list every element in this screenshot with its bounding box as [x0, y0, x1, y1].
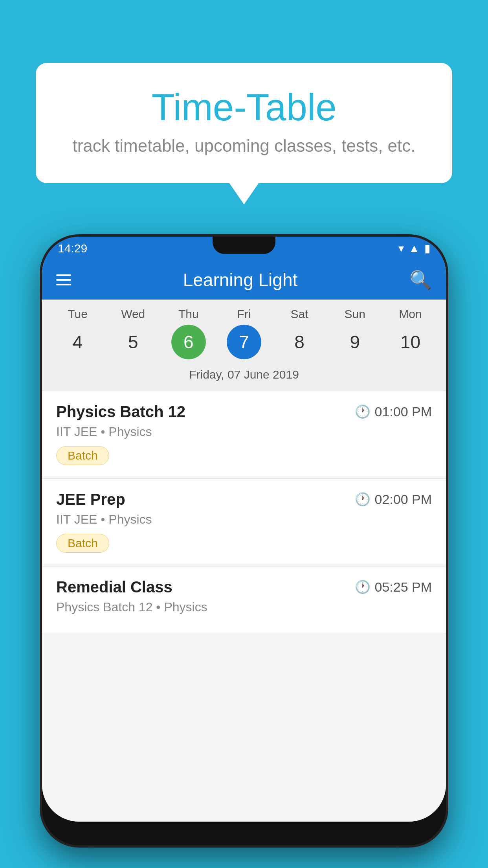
phone-wrapper: 14:29 ▾ ▲ ▮ Learning Light 🔍 — [40, 234, 448, 848]
phone-frame: 14:29 ▾ ▲ ▮ Learning Light 🔍 — [40, 234, 448, 848]
day-number[interactable]: 5 — [116, 325, 150, 359]
event-time-text: 01:00 PM — [374, 404, 432, 419]
hamburger-menu-button[interactable] — [56, 274, 71, 285]
volume-down-button — [40, 429, 42, 469]
events-list: Physics Batch 12🕐01:00 PMIIT JEE • Physi… — [42, 391, 446, 822]
wifi-icon: ▾ — [398, 242, 404, 255]
event-card[interactable]: JEE Prep🕐02:00 PMIIT JEE • PhysicsBatch — [42, 479, 446, 564]
calendar-day-col[interactable]: Sun9 — [327, 307, 383, 359]
event-title: Physics Batch 12 — [56, 403, 185, 421]
calendar-day-col[interactable]: Tue4 — [50, 307, 105, 359]
calendar-day-col[interactable]: Fri7 — [216, 307, 272, 359]
battery-icon: ▮ — [424, 242, 430, 255]
phone-notch — [213, 237, 275, 254]
event-card[interactable]: Remedial Class🕐05:25 PMPhysics Batch 12 … — [42, 566, 446, 633]
day-number[interactable]: 4 — [61, 325, 95, 359]
day-label: Mon — [399, 307, 422, 321]
event-time: 🕐01:00 PM — [355, 404, 432, 419]
volume-silent-button — [40, 339, 42, 362]
status-icons: ▾ ▲ ▮ — [398, 242, 430, 255]
event-header: Physics Batch 12🕐01:00 PM — [56, 403, 432, 421]
event-time-text: 02:00 PM — [374, 492, 432, 507]
day-number[interactable]: 9 — [338, 325, 372, 359]
clock-icon: 🕐 — [355, 579, 371, 594]
hamburger-line-1 — [56, 274, 71, 276]
calendar-day-col[interactable]: Sat8 — [272, 307, 327, 359]
clock-icon: 🕐 — [355, 492, 371, 507]
day-number[interactable]: 6 — [171, 325, 206, 359]
hamburger-line-3 — [56, 284, 71, 285]
day-label: Wed — [121, 307, 145, 321]
bubble-subtitle: track timetable, upcoming classes, tests… — [63, 136, 425, 156]
calendar-day-col[interactable]: Thu6 — [161, 307, 216, 359]
day-label: Sat — [291, 307, 308, 321]
day-label: Sun — [345, 307, 365, 321]
clock-icon: 🕐 — [355, 404, 371, 419]
day-label: Tue — [68, 307, 88, 321]
signal-icon: ▲ — [409, 242, 420, 255]
speech-bubble: Time-Table track timetable, upcoming cla… — [36, 63, 452, 183]
event-time: 🕐05:25 PM — [355, 579, 432, 595]
event-meta: IIT JEE • Physics — [56, 425, 432, 439]
event-meta: IIT JEE • Physics — [56, 512, 432, 527]
calendar-days-row: Tue4Wed5Thu6Fri7Sat8Sun9Mon10 — [50, 307, 438, 359]
day-number[interactable]: 8 — [282, 325, 317, 359]
event-time-text: 05:25 PM — [374, 579, 432, 595]
app-title: Learning Light — [183, 269, 298, 291]
event-card[interactable]: Physics Batch 12🕐01:00 PMIIT JEE • Physi… — [42, 391, 446, 476]
calendar-section: Tue4Wed5Thu6Fri7Sat8Sun9Mon10 Friday, 07… — [42, 300, 446, 391]
phone-screen: Learning Light 🔍 Tue4Wed5Thu6Fri7Sat8Sun… — [42, 260, 446, 822]
event-header: JEE Prep🕐02:00 PM — [56, 491, 432, 508]
event-title: JEE Prep — [56, 491, 125, 508]
day-label: Thu — [178, 307, 199, 321]
batch-tag: Batch — [56, 446, 109, 465]
event-title: Remedial Class — [56, 578, 172, 596]
status-time: 14:29 — [58, 242, 87, 255]
event-header: Remedial Class🕐05:25 PM — [56, 578, 432, 596]
volume-up-button — [40, 378, 42, 417]
speech-bubble-section: Time-Table track timetable, upcoming cla… — [0, 63, 488, 183]
hamburger-line-2 — [56, 279, 71, 281]
event-meta: Physics Batch 12 • Physics — [56, 600, 432, 614]
selected-date-label: Friday, 07 June 2019 — [50, 364, 438, 387]
power-button — [446, 362, 448, 394]
search-button[interactable]: 🔍 — [409, 269, 432, 291]
calendar-day-col[interactable]: Mon10 — [383, 307, 438, 359]
bubble-title: Time-Table — [63, 86, 425, 128]
calendar-day-col[interactable]: Wed5 — [105, 307, 161, 359]
app-toolbar: Learning Light 🔍 — [42, 260, 446, 300]
batch-tag: Batch — [56, 534, 109, 553]
day-label: Fri — [237, 307, 251, 321]
day-number[interactable]: 7 — [227, 325, 261, 359]
day-number[interactable]: 10 — [393, 325, 427, 359]
event-time: 🕐02:00 PM — [355, 492, 432, 507]
